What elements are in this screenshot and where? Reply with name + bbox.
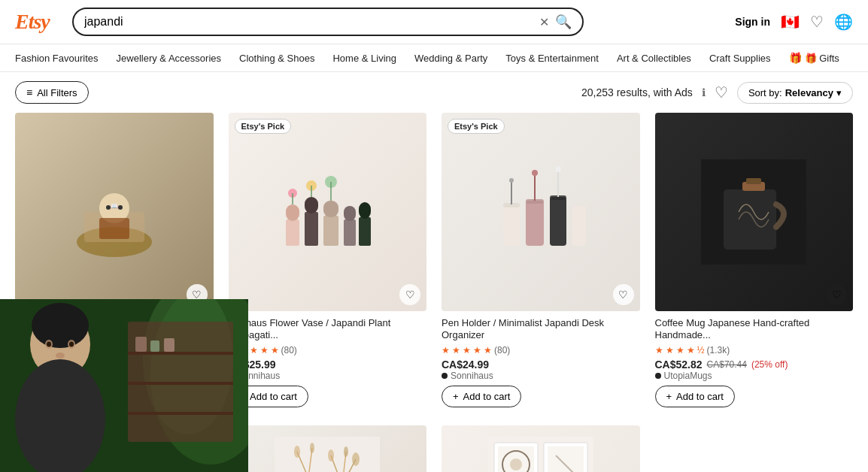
svg-rect-91 <box>128 412 233 415</box>
product-info-2: Bauhaus Flower Vase / Japandi Plant Prop… <box>229 311 427 411</box>
price-original-4: CA$70.44 <box>707 359 747 370</box>
gift-icon: 🎁 <box>789 52 802 64</box>
nav-item-jewellery[interactable]: Jewellery & Accessories <box>117 53 221 64</box>
review-count-3: (80) <box>494 345 510 356</box>
price-4: CA$52.82 <box>655 359 703 371</box>
product-3-favorite-button[interactable]: ♡ <box>613 284 634 305</box>
price-row-2: CA$25.99 <box>229 359 427 371</box>
star-3: ★ <box>676 345 684 356</box>
all-filters-button[interactable]: ≡ All Filters <box>15 81 89 104</box>
star-4: ★ <box>687 345 695 356</box>
nav-item-gifts-label: 🎁 Gifts <box>805 53 839 64</box>
product-card-6[interactable]: ♡ <box>229 425 427 472</box>
language-icon[interactable]: 🌐 <box>834 13 853 31</box>
seller-dot-4 <box>655 373 661 379</box>
main-nav: Fashion Favourites Jewellery & Accessori… <box>0 44 868 72</box>
header-actions: Sign in 🇨🇦 ♡ 🌐 <box>735 13 853 31</box>
sort-value: Relevancy <box>785 87 833 98</box>
svg-point-6 <box>118 205 123 210</box>
svg-rect-17 <box>359 217 371 246</box>
price-3: CA$24.99 <box>442 359 489 371</box>
svg-point-66 <box>352 452 360 466</box>
product-card-7[interactable]: ♡ <box>442 425 640 472</box>
product-card-2[interactable]: Etsy's Pick <box>229 113 427 410</box>
product-stars-4: ★ ★ ★ ★ ½ (1.3k) <box>655 345 854 356</box>
nav-item-home[interactable]: Home & Living <box>332 53 396 64</box>
etsy-pick-badge-2: Etsy's Pick <box>235 119 292 134</box>
svg-rect-27 <box>526 201 544 246</box>
search-icon: 🔍 <box>555 14 572 29</box>
seller-3: Sonnihaus <box>442 371 640 381</box>
svg-rect-7 <box>99 218 129 239</box>
plus-icon-4: + <box>666 391 672 402</box>
search-clear-icon[interactable]: ✕ <box>539 15 549 29</box>
svg-rect-73 <box>548 446 584 472</box>
svg-rect-10 <box>286 204 299 221</box>
product-image-4: ♡ <box>655 113 854 311</box>
country-flag-icon[interactable]: 🇨🇦 <box>781 13 800 31</box>
svg-rect-9 <box>286 219 299 246</box>
star-4: ★ <box>260 345 269 356</box>
star-2: ★ <box>452 345 460 356</box>
price-row-3: CA$24.99 <box>442 359 640 371</box>
price-row-4: CA$52.82 CA$70.44 (25% off) <box>655 359 854 371</box>
svg-point-62 <box>294 446 300 458</box>
webcam-video <box>0 299 248 472</box>
sort-button[interactable]: Sort by: Relevancy ▾ <box>737 82 853 104</box>
add-to-cart-label-2: Add to cart <box>250 391 297 402</box>
pen-holder-illustration <box>488 159 593 265</box>
webcam-overlay <box>0 299 248 472</box>
svg-rect-89 <box>128 352 233 355</box>
product-card-4[interactable]: ♡ Coffee Mug Japanese Hand-crafted Handm… <box>655 113 854 410</box>
star-4: ★ <box>473 345 481 356</box>
svg-point-101 <box>69 342 74 347</box>
product-title-3: Pen Holder / Minimalist Japandi Desk Org… <box>442 317 640 343</box>
nav-item-gifts[interactable]: 🎁 🎁 Gifts <box>789 52 839 64</box>
star-3: ★ <box>250 345 258 356</box>
add-to-cart-button-3[interactable]: + Add to cart <box>442 386 521 407</box>
svg-rect-92 <box>135 337 147 352</box>
seller-dot-3 <box>442 373 448 379</box>
nav-item-wedding[interactable]: Wedding & Party <box>414 53 487 64</box>
svg-point-36 <box>532 170 538 176</box>
header: etsy ✕ 🔍 Sign in 🇨🇦 ♡ 🌐 <box>0 0 868 44</box>
svg-rect-14 <box>323 201 338 217</box>
seller-name-3: Sonnihaus <box>451 371 493 381</box>
filter-icon: ≡ <box>26 86 32 98</box>
favorites-icon[interactable]: ♡ <box>810 13 824 31</box>
save-results-icon[interactable]: ♡ <box>715 83 728 101</box>
nav-item-toys[interactable]: Toys & Entertainment <box>505 53 599 64</box>
svg-rect-41 <box>746 178 761 184</box>
product-title-4: Coffee Mug Japanese Hand-crafted Handmad… <box>655 317 854 343</box>
info-icon[interactable]: ℹ <box>702 86 706 98</box>
search-input[interactable] <box>84 15 533 29</box>
svg-rect-13 <box>323 216 338 246</box>
review-count-2: (80) <box>281 345 297 356</box>
seller-name-4: UtopiaMugs <box>664 371 712 381</box>
product-image-7: ♡ <box>442 425 640 472</box>
svg-rect-90 <box>128 382 233 385</box>
svg-point-37 <box>555 166 561 172</box>
product-card-3[interactable]: Etsy's Pick ♡ <box>442 113 640 410</box>
nav-item-fashion[interactable]: Fashion Favourites <box>15 53 99 64</box>
svg-rect-94 <box>164 338 175 352</box>
product-card-3-actions: ♡ <box>613 284 634 305</box>
svg-point-100 <box>47 342 51 347</box>
product-stars-3: ★ ★ ★ ★ ★ (80) <box>442 345 640 356</box>
sort-label: Sort by: <box>748 87 782 98</box>
svg-rect-29 <box>550 197 566 246</box>
nav-item-art[interactable]: Art & Collectibles <box>617 53 691 64</box>
sign-in-button[interactable]: Sign in <box>735 16 770 28</box>
nav-item-clothing[interactable]: Clothing & Shoes <box>239 53 314 64</box>
nav-item-craft[interactable]: Craft Supplies <box>709 53 771 64</box>
mouse-illustration: 📖 <box>69 167 159 257</box>
etsy-logo[interactable]: etsy <box>15 10 60 34</box>
product-image-3: Etsy's Pick ♡ <box>442 113 640 311</box>
product-2-favorite-button[interactable]: ♡ <box>399 284 420 305</box>
search-submit-button[interactable]: 🔍 <box>555 14 572 30</box>
review-count-4: (1.3k) <box>707 345 730 356</box>
product-stars-2: ★ ★ ★ ★ ★ (80) <box>229 345 427 356</box>
product-4-favorite-button[interactable]: ♡ <box>826 284 847 305</box>
star-5: ★ <box>271 345 279 356</box>
add-to-cart-button-4[interactable]: + Add to cart <box>655 386 735 407</box>
